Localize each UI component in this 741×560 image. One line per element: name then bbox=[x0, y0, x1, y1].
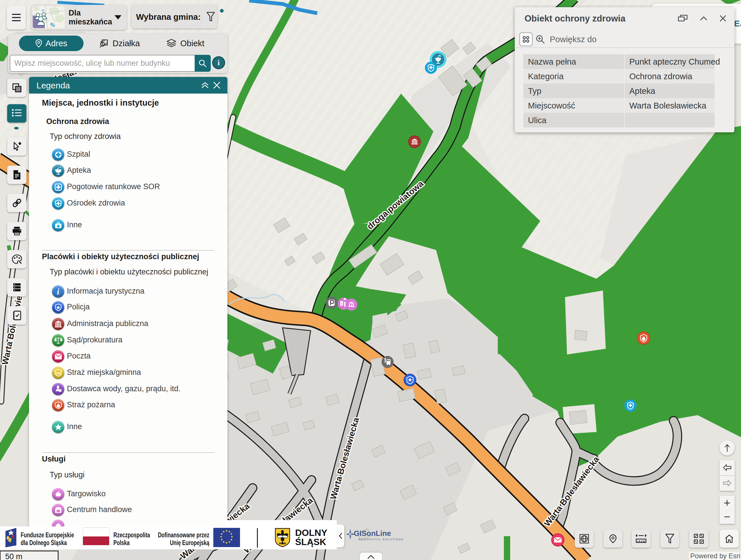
svg-text:$: $ bbox=[341, 302, 342, 305]
svg-text:$: $ bbox=[350, 303, 352, 306]
svg-text:GEOSPATIAL SOLUTIONS: GEOSPATIAL SOLUTIONS bbox=[358, 538, 404, 541]
svg-text:GISonLine: GISonLine bbox=[354, 529, 391, 538]
svg-text:SM: SM bbox=[56, 371, 60, 374]
